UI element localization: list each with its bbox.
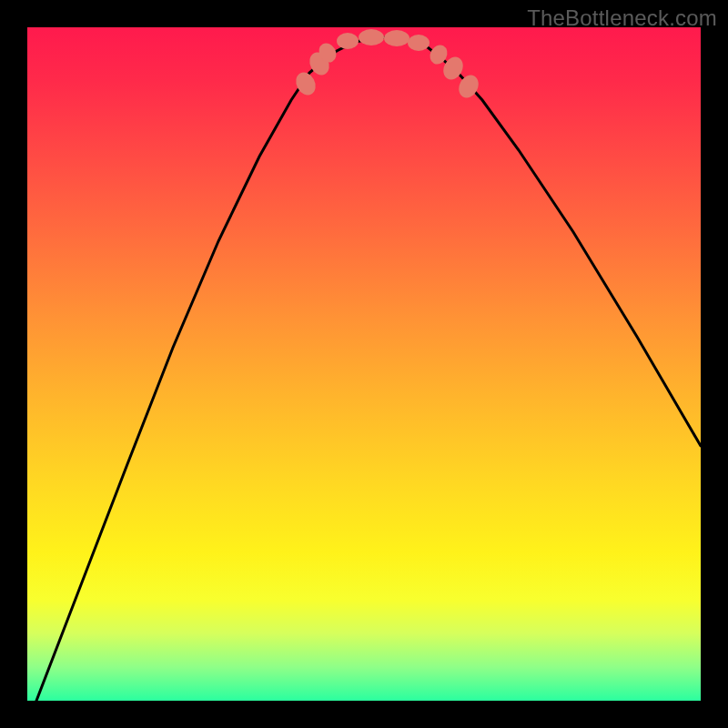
chart-frame: TheBottleneck.com	[0, 0, 728, 728]
chart-marker	[384, 30, 410, 46]
chart-marker	[337, 33, 359, 49]
chart-curve	[36, 37, 701, 701]
watermark-label: TheBottleneck.com	[527, 5, 717, 31]
chart-svg	[27, 27, 701, 701]
chart-markers	[292, 29, 482, 101]
chart-marker	[408, 35, 430, 51]
chart-marker	[359, 29, 384, 46]
plot-area	[27, 27, 701, 701]
